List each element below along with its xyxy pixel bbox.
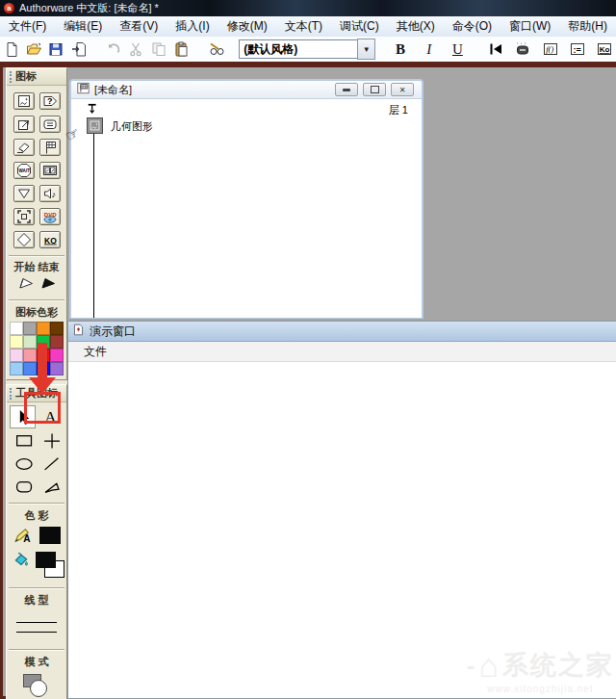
menu-c[interactable]: 调试(C) [331, 16, 388, 37]
text-style-value[interactable]: (默认风格) [239, 39, 357, 59]
copy-button[interactable] [148, 39, 168, 60]
minimize-button[interactable] [335, 83, 358, 96]
menu-i[interactable]: 插入(I) [167, 16, 218, 37]
sound-icon[interactable]: ♪ [39, 185, 61, 202]
polygon-tool[interactable] [38, 475, 64, 498]
palette-grip-icon[interactable] [10, 71, 12, 83]
icon-color-swatch[interactable] [50, 322, 64, 335]
calculation-icon[interactable] [39, 116, 61, 133]
display-icon-instance[interactable] [87, 117, 103, 134]
icon-palette-title: 图标 [15, 69, 37, 84]
find-button[interactable] [206, 39, 226, 60]
menu-f[interactable]: 文件(F) [0, 16, 55, 37]
icon-palette-title-bar[interactable]: 图标 [7, 68, 66, 86]
restart-button[interactable] [485, 39, 505, 60]
authorware-app-window: a Authorware 中文版: [未命名] * 文件(F)编辑(E)查看(V… [0, 0, 616, 699]
navigate-icon[interactable] [13, 185, 35, 202]
menu-t[interactable]: 文本(T) [276, 16, 331, 37]
presentation-content[interactable]: - ⌂ 系统之家 www.xitongzhijia.net [68, 362, 616, 698]
icon-color-swatch[interactable] [23, 322, 37, 335]
menu-m[interactable]: 修改(M) [218, 16, 276, 37]
menu-o[interactable]: 命令(O) [444, 16, 500, 37]
icon-color-swatch[interactable] [50, 349, 64, 362]
wait-icon[interactable]: WAIT [13, 162, 35, 179]
italic-button[interactable]: I [418, 39, 441, 60]
control-panel-button[interactable] [513, 39, 533, 60]
menu-v[interactable]: 查看(V) [111, 16, 167, 37]
movie-icon[interactable] [39, 162, 61, 179]
framework-icon[interactable] [13, 208, 35, 225]
variables-icon: := [570, 41, 585, 57]
diagonal-line-tool[interactable] [38, 452, 64, 475]
dropdown-arrow-icon[interactable]: ▼ [357, 39, 375, 60]
icon-color-swatch[interactable] [50, 362, 64, 375]
flowline-area[interactable]: 几何图形 层 1 [71, 99, 422, 318]
fill-color-bucket-icon[interactable] [11, 552, 32, 573]
icon-color-swatch[interactable] [10, 335, 23, 349]
design-window-title-bar[interactable]: [未命名] ✕ [71, 81, 422, 99]
underline-button[interactable]: U [447, 39, 470, 60]
undo-button[interactable] [103, 39, 123, 60]
interaction-icon[interactable]: ? [39, 92, 61, 110]
watermark: - ⌂ 系统之家 www.xitongzhijia.net [467, 648, 614, 694]
knowledge-objects-button[interactable]: Ko [595, 39, 615, 60]
new-icon [4, 41, 19, 57]
map-icon[interactable] [39, 139, 61, 156]
dvd-icon[interactable]: DVD [39, 208, 61, 225]
text-color-pencil-icon[interactable]: A [11, 527, 34, 548]
flow-item-label[interactable]: 几何图形 [111, 119, 153, 134]
white-flag-icon[interactable] [16, 275, 36, 295]
new-button[interactable] [1, 39, 21, 60]
annotation-arrow-shaft [38, 343, 47, 379]
menu-w[interactable]: 窗口(W) [500, 16, 559, 37]
menu-x[interactable]: 其他(X) [388, 16, 444, 37]
foreground-background-swatches[interactable] [36, 552, 63, 578]
line-tool[interactable] [38, 428, 64, 452]
foreground-color-swatch[interactable] [36, 552, 56, 568]
menu-e[interactable]: 编辑(E) [55, 16, 111, 37]
separator [9, 649, 64, 651]
icon-color-swatch[interactable] [10, 362, 23, 375]
rounded-rectangle-tool[interactable] [10, 475, 36, 498]
cut-button[interactable] [126, 39, 146, 60]
menu-h[interactable]: 帮助(H) [559, 16, 616, 37]
paste-button[interactable] [171, 39, 192, 60]
presentation-menu-bar: 文件 [68, 342, 616, 362]
app-title-bar: a Authorware 中文版: [未命名] * [0, 0, 616, 16]
icon-color-swatch[interactable] [10, 322, 23, 335]
palette-grip-icon[interactable] [10, 388, 12, 400]
restore-button[interactable] [363, 83, 386, 96]
line-color-swatch[interactable] [39, 527, 61, 544]
icon-color-swatch[interactable] [23, 349, 37, 362]
icon-color-swatch[interactable] [37, 322, 50, 335]
rectangle-tool[interactable] [10, 428, 36, 452]
display-icon[interactable] [13, 92, 35, 110]
svg-text:Ko: Ko [600, 45, 610, 54]
icon-color-swatch[interactable] [10, 349, 23, 362]
import-icon [71, 41, 87, 57]
text-style-dropdown[interactable]: (默认风格)▼ [239, 39, 375, 60]
close-button[interactable]: ✕ [391, 83, 414, 96]
functions-button[interactable]: f() [540, 39, 560, 60]
import-button[interactable] [68, 39, 89, 60]
bold-button[interactable]: B [389, 39, 412, 60]
icon-color-swatch[interactable] [23, 362, 37, 375]
knowledge-object-icon[interactable]: KO [39, 231, 61, 248]
variables-button[interactable]: := [567, 39, 587, 60]
save-all-button[interactable] [46, 39, 66, 60]
icon-color-swatch[interactable] [50, 335, 64, 349]
toolbar: (默认风格)▼BIUf():=Ko [0, 37, 616, 62]
erase-icon[interactable] [13, 139, 35, 156]
app-title: Authorware 中文版: [未命名] * [19, 1, 159, 15]
presentation-title-bar[interactable]: 演示窗口 [68, 322, 616, 342]
presentation-menu-file[interactable]: 文件 [68, 344, 115, 360]
line-thickness-option[interactable] [16, 632, 57, 633]
opaque-mode-icon[interactable] [21, 674, 52, 699]
line-thickness-option[interactable] [16, 622, 57, 623]
ellipse-tool[interactable] [10, 452, 36, 475]
motion-icon[interactable] [13, 116, 35, 133]
decision-icon[interactable] [13, 231, 35, 248]
black-flag-icon[interactable] [38, 275, 58, 295]
icon-color-swatch[interactable] [23, 335, 37, 349]
open-button[interactable] [23, 39, 43, 60]
